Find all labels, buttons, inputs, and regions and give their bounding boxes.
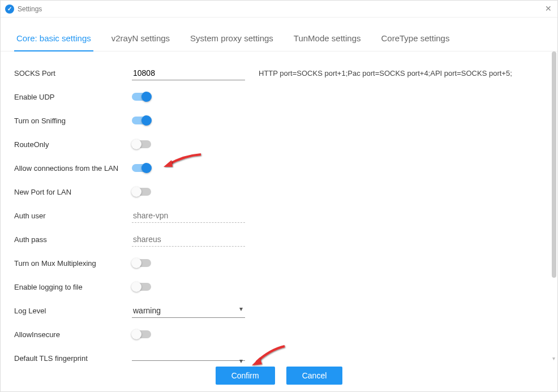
- toggle-logging[interactable]: [132, 283, 151, 291]
- scrollbar[interactable]: [551, 51, 556, 357]
- label-socks-port: SOCKS Port: [14, 69, 132, 77]
- row-route-only: RouteOnly: [14, 133, 544, 156]
- titlebar: ✓ Settings ✕: [1, 1, 557, 18]
- row-allow-insecure: AllowInsecure: [14, 323, 544, 346]
- toggle-sniffing[interactable]: [132, 117, 151, 124]
- label-log-level: Log Level: [14, 307, 132, 315]
- label-allow-lan: Allow connections from the LAN: [14, 164, 132, 173]
- auth-user-input[interactable]: [132, 209, 245, 223]
- scroll-down-icon[interactable]: ▾: [551, 355, 556, 363]
- toggle-route-only[interactable]: [132, 140, 151, 148]
- row-mux: Turn on Mux Multiplexing: [14, 252, 544, 274]
- label-tls-fingerprint: Default TLS fingerprint: [14, 354, 132, 363]
- window-title: Settings: [18, 5, 42, 13]
- tab-system-proxy[interactable]: System proxy settings: [188, 28, 276, 51]
- row-sniffing: Turn on Sniffing: [14, 109, 544, 132]
- app-icon: ✓: [5, 5, 14, 14]
- tab-coretype[interactable]: CoreType settings: [379, 28, 452, 51]
- select-tls-fingerprint[interactable]: [132, 356, 245, 361]
- label-auth-pass: Auth pass: [14, 235, 132, 244]
- row-auth-user: Auth user: [14, 204, 544, 227]
- tab-v2rayn[interactable]: v2rayN settings: [109, 28, 172, 51]
- label-route-only: RouteOnly: [14, 140, 132, 149]
- row-allow-lan: Allow connections from the LAN: [14, 157, 544, 179]
- row-auth-pass: Auth pass: [14, 228, 544, 251]
- socks-port-hint: HTTP port=SOCKS port+1;Pac port=SOCKS po…: [259, 69, 512, 77]
- toggle-new-port-lan[interactable]: [132, 188, 151, 196]
- scrollbar-thumb[interactable]: [552, 51, 556, 278]
- row-tls-fingerprint: Default TLS fingerprint: [14, 347, 544, 369]
- label-new-port-lan: New Port for LAN: [14, 188, 132, 196]
- label-auth-user: Auth user: [14, 212, 132, 220]
- label-sniffing: Turn on Sniffing: [14, 117, 132, 125]
- label-logging: Enable logging to file: [14, 283, 132, 291]
- cancel-button[interactable]: Cancel: [286, 367, 343, 385]
- row-new-port-lan: New Port for LAN: [14, 180, 544, 203]
- row-logging: Enable logging to file: [14, 275, 544, 298]
- select-log-level[interactable]: warning: [132, 304, 245, 318]
- toggle-allow-insecure[interactable]: [132, 330, 151, 338]
- toggle-allow-lan[interactable]: [132, 164, 151, 172]
- button-bar: Confirm Cancel: [1, 367, 557, 385]
- toggle-enable-udp[interactable]: [132, 93, 151, 101]
- tab-core-basic[interactable]: Core: basic settings: [14, 28, 93, 51]
- close-icon[interactable]: ✕: [545, 4, 552, 13]
- label-allow-insecure: AllowInsecure: [14, 330, 132, 339]
- label-mux: Turn on Mux Multiplexing: [14, 259, 132, 268]
- label-enable-udp: Enable UDP: [14, 93, 132, 101]
- svg-marker-0: [164, 160, 173, 167]
- content-panel: SOCKS Port HTTP port=SOCKS port+1;Pac po…: [1, 51, 557, 380]
- tab-tunmode[interactable]: TunMode settings: [291, 28, 363, 51]
- auth-pass-input[interactable]: [132, 232, 245, 247]
- row-log-level: Log Level warning: [14, 299, 544, 322]
- row-socks-port: SOCKS Port HTTP port=SOCKS port+1;Pac po…: [14, 62, 544, 84]
- tabs: Core: basic settings v2rayN settings Sys…: [1, 18, 557, 51]
- toggle-mux[interactable]: [132, 259, 151, 267]
- confirm-button[interactable]: Confirm: [216, 367, 275, 385]
- row-enable-udp: Enable UDP: [14, 85, 544, 108]
- socks-port-input[interactable]: [132, 66, 245, 80]
